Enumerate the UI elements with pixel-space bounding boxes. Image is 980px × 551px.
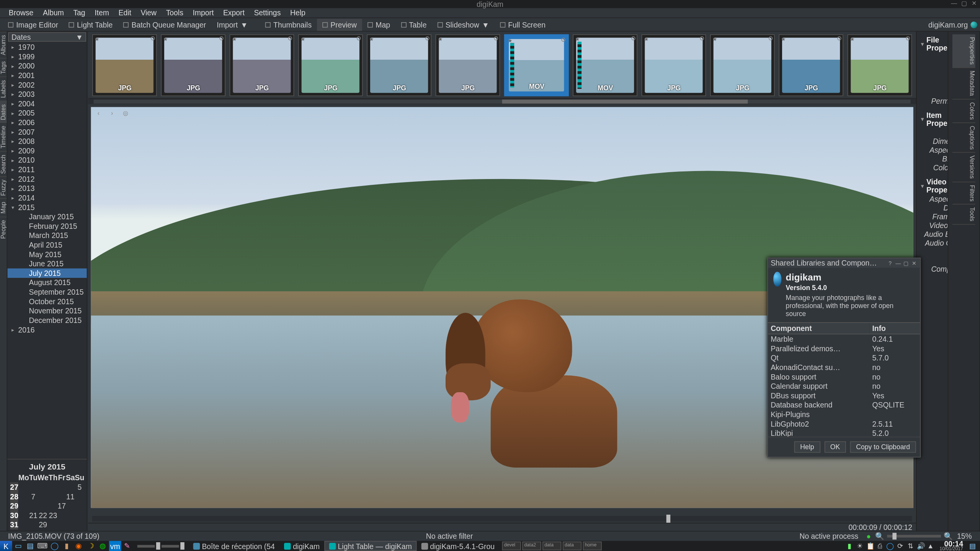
menu-view[interactable]: View (136, 9, 161, 17)
left-tab-labels[interactable]: Labels (0, 77, 7, 100)
left-tab-albums[interactable]: Albums (0, 32, 7, 58)
left-tab-search[interactable]: Search (0, 151, 7, 176)
minimize-button[interactable]: — (951, 1, 957, 7)
tree-row[interactable]: 2016 (7, 325, 87, 334)
thumbnail[interactable]: JPG★ (299, 34, 363, 96)
thumbnail[interactable]: MOV★ (505, 34, 569, 96)
thumbnail[interactable]: JPG★ (161, 34, 226, 96)
tree-row[interactable]: 2008 (7, 137, 87, 146)
tray-updates-icon[interactable]: ⟳ (897, 542, 904, 549)
firefox-icon[interactable]: ◉ (73, 541, 85, 551)
copy-to-clipboard-button[interactable]: Copy to Clipboard (850, 441, 916, 453)
tray-bar-icon[interactable]: ▮ (846, 542, 853, 549)
tray-printer-icon[interactable]: ⎙ (876, 542, 884, 549)
left-tab-fuzzy[interactable]: Fuzzy (0, 176, 7, 199)
tree-row[interactable]: February 2015 (7, 221, 87, 231)
fullscreen-button[interactable]: Full Screen (495, 18, 551, 31)
kde-start-icon[interactable]: K (0, 541, 12, 551)
desktop-icon[interactable]: ▭ (12, 541, 24, 551)
tree-row[interactable]: 2003 (7, 90, 87, 99)
tree-row[interactable]: October 2015 (7, 297, 87, 306)
dates-combo[interactable]: Dates▼ (8, 32, 87, 42)
taskbar-item[interactable]: digiKam-5.4.1-Grou (416, 541, 499, 551)
batch-queue-button[interactable]: Batch Queue Manager (118, 18, 211, 31)
right-tab-metadata[interactable]: Metadata (952, 68, 975, 99)
thumbnail[interactable]: JPG★ (642, 34, 706, 96)
tree-row[interactable]: 2009 (7, 146, 87, 156)
menu-settings[interactable]: Settings (249, 9, 286, 17)
tray-hp-icon[interactable]: ◯ (886, 542, 893, 549)
table-tab[interactable]: Table (395, 18, 432, 31)
tree-row[interactable]: July 2015 (7, 269, 87, 278)
filmstrip-scrollbar[interactable] (88, 99, 916, 104)
clock[interactable]: 00:14 10/01/2017 (937, 541, 966, 551)
close-button[interactable]: ✕ (971, 1, 977, 7)
dialog-max-icon[interactable]: ▢ (903, 260, 910, 266)
tree-row[interactable]: December 2015 (7, 316, 87, 325)
tree-row[interactable]: June 2015 (7, 259, 87, 269)
dialog-min-icon[interactable]: — (895, 260, 901, 266)
dialog-close-icon[interactable]: ✕ (911, 260, 918, 266)
volume-widget[interactable] (137, 542, 185, 549)
tree-row[interactable]: 2012 (7, 174, 87, 184)
prop-section-title[interactable]: File Properties (921, 34, 944, 53)
menu-browse[interactable]: Browse (4, 9, 38, 17)
slideshow-button[interactable]: Slideshow▼ (432, 18, 495, 31)
taskbar-item[interactable]: Boîte de réception (54 (188, 541, 279, 551)
tree-row[interactable]: 2013 (7, 184, 87, 193)
zoom-slider[interactable] (887, 535, 941, 538)
tree-row[interactable]: 2000 (7, 61, 87, 71)
maximize-button[interactable]: ▢ (961, 1, 967, 7)
brand-link[interactable]: digiKam.org (928, 21, 970, 29)
tree-row[interactable]: 2002 (7, 80, 87, 90)
pager-desktop[interactable]: data (542, 541, 561, 550)
thumbnails-tab[interactable]: Thumbnails (260, 18, 317, 31)
right-tab-captions[interactable]: Captions (952, 123, 975, 153)
tray-clipboard-icon[interactable]: 📋 (866, 542, 874, 549)
thumbnail[interactable]: JPG★ (779, 34, 844, 96)
menu-item[interactable]: Item (90, 9, 114, 17)
right-tab-properties[interactable]: Properties (952, 34, 975, 68)
tree-row[interactable]: May 2015 (7, 249, 87, 259)
menu-help[interactable]: Help (286, 9, 310, 17)
menu-edit[interactable]: Edit (114, 9, 136, 17)
globe-icon[interactable]: ◍ (97, 541, 109, 551)
image-editor-button[interactable]: Image Editor (3, 18, 64, 31)
light-table-button[interactable]: Light Table (64, 18, 118, 31)
preview-back-button[interactable]: ‹ (94, 108, 103, 118)
menu-tag[interactable]: Tag (69, 9, 90, 17)
left-tab-dates[interactable]: Dates (0, 101, 7, 122)
left-tab-people[interactable]: People (0, 217, 7, 241)
tree-row[interactable]: March 2015 (7, 231, 87, 240)
chromium-icon[interactable]: ◯ (49, 541, 61, 551)
thumbnail[interactable]: JPG★ (848, 34, 912, 96)
tree-row[interactable]: 2014 (7, 193, 87, 203)
tree-row[interactable]: April 2015 (7, 240, 87, 250)
tree-row[interactable]: 2011 (7, 165, 87, 174)
tree-row[interactable]: 1999 (7, 52, 87, 61)
terminal-icon[interactable]: ⌨ (36, 541, 49, 551)
thumbnail[interactable]: JPG★ (436, 34, 500, 96)
thumbnail[interactable]: JPG★ (367, 34, 432, 96)
tray-weather-icon[interactable]: ☀ (856, 542, 863, 549)
taskbar-item[interactable]: Light Table — digiKam (324, 541, 416, 551)
vm-icon[interactable]: vm (109, 541, 121, 551)
zoom-out-button[interactable]: 🔍 (875, 532, 885, 541)
color-picker-icon[interactable]: ✎ (121, 541, 133, 551)
thumbnail[interactable]: JPG★ (93, 34, 157, 96)
map-tab[interactable]: Map (362, 18, 395, 31)
thumbnail[interactable]: JPG★ (710, 34, 775, 96)
tree-row[interactable]: 2010 (7, 155, 87, 165)
pager-desktop[interactable]: data (563, 541, 581, 550)
tree-row[interactable]: January 2015 (7, 212, 87, 222)
tray-volume-icon[interactable]: 🔊 (917, 542, 924, 549)
tree-row[interactable]: 2006 (7, 118, 87, 127)
tray-network-icon[interactable]: ⇅ (906, 542, 914, 549)
menu-tools[interactable]: Tools (161, 9, 188, 17)
pager-desktop[interactable]: data2 (522, 541, 541, 550)
tree-row[interactable]: August 2015 (7, 278, 87, 287)
tree-row[interactable]: November 2015 (7, 306, 87, 316)
tree-row[interactable]: 2007 (7, 127, 87, 137)
tray-notifications-icon[interactable]: ▲ (927, 542, 934, 549)
menu-import[interactable]: Import (188, 9, 218, 17)
